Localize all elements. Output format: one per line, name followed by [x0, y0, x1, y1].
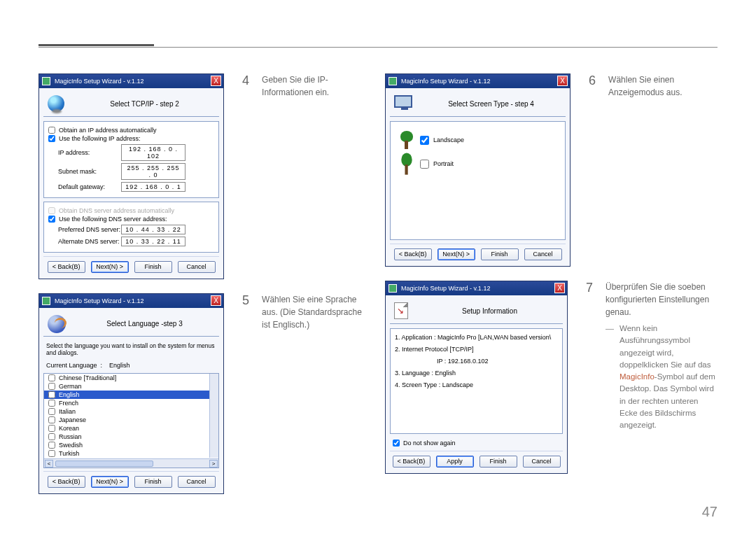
step6-caption: Wählen Sie einen Anzeigemodus aus.	[608, 73, 718, 99]
wizard-body: Select Screen Type - step 4 Landscape Po…	[386, 88, 570, 266]
dns-auto-label: Obtain DNS server address automatically	[59, 207, 174, 214]
language-item[interactable]: German	[44, 382, 218, 391]
button-row: < Back(B) Next(N) > Finish Cancel	[43, 256, 219, 274]
pref-dns-input[interactable]: 10 . 44 . 33 . 22	[121, 225, 186, 234]
language-checkbox[interactable]	[48, 400, 55, 407]
cancel-button[interactable]: Cancel	[178, 476, 216, 488]
wizard-titlebar: MagicInfo Setup Wizard - v.1.12 X	[39, 74, 223, 88]
step-header-title: Select Screen Type - step 4	[421, 100, 561, 108]
apply-button[interactable]: Apply	[436, 456, 474, 468]
scrollbar-horizontal[interactable]: < >	[44, 458, 218, 468]
scroll-thumb[interactable]	[55, 461, 153, 467]
portrait-checkbox[interactable]	[420, 160, 429, 169]
language-list[interactable]: Chinese [Traditional]GermanEnglishFrench…	[43, 373, 219, 468]
portrait-option[interactable]: Portrait	[399, 155, 556, 173]
finish-button[interactable]: Finish	[134, 476, 172, 488]
next-button[interactable]: Next(N) >	[91, 476, 129, 488]
back-button[interactable]: < Back(B)	[394, 248, 432, 260]
setup-info: 1. Application : MagicInfo Pro [LAN,WAN …	[390, 328, 563, 434]
wizard-step7: MagicInfo Setup Wizard - v.1.12 X Setup …	[385, 281, 568, 474]
dns-group: Obtain DNS server address automatically …	[43, 202, 219, 253]
gw-label: Default gateway:	[58, 183, 121, 190]
language-checkbox[interactable]	[48, 442, 55, 449]
wizard-title-text: MagicInfo Setup Wizard - v.1.12	[401, 285, 490, 292]
scroll-right-icon[interactable]: >	[209, 460, 218, 468]
next-button[interactable]: Next(N) >	[91, 261, 129, 273]
language-item[interactable]: French	[44, 399, 218, 407]
right-column: MagicInfo Setup Wizard - v.1.12 X Select…	[385, 73, 718, 494]
globe-icon	[48, 95, 64, 112]
tree-icon	[399, 131, 414, 149]
page-number: 47	[702, 504, 718, 520]
dns-manual-label: Use the following DNS server address:	[59, 216, 167, 223]
current-language-row: Current Language : English	[43, 360, 219, 373]
dash-icon: ―	[606, 323, 614, 431]
language-checkbox[interactable]	[48, 450, 55, 457]
close-icon[interactable]: X	[554, 283, 565, 293]
gw-input[interactable]: 192 . 168 . 0 . 1	[121, 182, 186, 192]
back-button[interactable]: < Back(B)	[48, 476, 85, 488]
alt-dns-input[interactable]: 10 . 33 . 22 . 11	[121, 237, 186, 246]
step-header: Select TCP/IP - step 2	[43, 92, 219, 117]
language-item[interactable]: Korean	[44, 424, 218, 433]
language-label: Chinese [Traditional]	[59, 374, 116, 381]
language-item[interactable]: Chinese [Traditional]	[44, 374, 218, 382]
finish-button[interactable]: Finish	[479, 456, 517, 468]
ip-auto-option[interactable]: Obtain an IP address automatically	[48, 127, 214, 134]
info-line-2: 2. Internet Protocol [TCP/IP]	[395, 344, 558, 356]
landscape-option[interactable]: Landscape	[399, 131, 556, 149]
step-header-title: Select TCP/IP - step 2	[74, 100, 215, 108]
wizard-body: Select TCP/IP - step 2 Obtain an IP addr…	[39, 88, 223, 279]
note-a: Wenn kein Ausführungssymbol angezeigt wi…	[620, 324, 710, 369]
left-column: MagicInfo Setup Wizard - v.1.12 X Select…	[38, 73, 371, 494]
language-checkbox[interactable]	[48, 383, 55, 390]
step5-number: 5	[237, 293, 249, 308]
close-icon[interactable]: X	[211, 76, 221, 86]
language-checkbox[interactable]	[48, 391, 55, 398]
step-header-title: Select Language -step 3	[74, 320, 215, 328]
ip-auto-label: Obtain an IP address automatically	[59, 127, 156, 134]
app-icon	[42, 297, 50, 305]
landscape-checkbox[interactable]	[420, 136, 429, 145]
back-button[interactable]: < Back(B)	[48, 261, 85, 273]
cancel-button[interactable]: Cancel	[178, 261, 216, 273]
language-item[interactable]: Swedish	[44, 441, 218, 449]
finish-button[interactable]: Finish	[481, 248, 519, 260]
do-not-show-option[interactable]: Do not show again	[390, 435, 563, 448]
portrait-label: Portrait	[433, 160, 454, 167]
language-item[interactable]: English	[44, 391, 218, 399]
wizard-step4: MagicInfo Setup Wizard - v.1.12 X Select…	[38, 73, 224, 279]
language-item[interactable]: Italian	[44, 407, 218, 416]
ip-input[interactable]: 192 . 168 . 0 . 102	[121, 144, 186, 161]
scroll-left-icon[interactable]: <	[45, 460, 53, 468]
tree-icon	[400, 153, 414, 174]
mask-input[interactable]: 255 . 255 . 255 . 0	[121, 163, 186, 180]
cancel-button[interactable]: Cancel	[523, 456, 561, 468]
step7-caption-block: Überprüfen Sie die soeben konfigurierten…	[606, 281, 718, 431]
ip-manual-option[interactable]: Use the following IP address:	[48, 135, 214, 142]
language-item[interactable]: Turkish	[44, 449, 218, 458]
dns-manual-option[interactable]: Use the following DNS server address:	[48, 216, 214, 223]
close-icon[interactable]: X	[211, 295, 221, 306]
language-item[interactable]: Japanese	[44, 416, 218, 424]
page-content: MagicInfo Setup Wizard - v.1.12 X Select…	[38, 73, 718, 494]
step-header: Select Language -step 3	[43, 312, 219, 337]
language-item[interactable]: Russian	[44, 433, 218, 441]
scrollbar-vertical[interactable]	[209, 374, 218, 458]
language-checkbox[interactable]	[48, 416, 55, 423]
language-checkbox[interactable]	[48, 425, 55, 432]
language-checkbox[interactable]	[48, 408, 55, 415]
finish-button[interactable]: Finish	[134, 261, 172, 273]
step4-caption: Geben Sie die IP-Informationen ein.	[262, 73, 371, 99]
note-highlight: MagicInfo	[620, 372, 654, 381]
language-checkbox[interactable]	[48, 433, 55, 440]
cancel-button[interactable]: Cancel	[524, 248, 562, 260]
language-checkbox[interactable]	[48, 374, 55, 381]
do-not-show-label: Do not show again	[403, 440, 456, 447]
back-button[interactable]: < Back(B)	[393, 456, 430, 468]
language-label: German	[59, 383, 82, 390]
next-button[interactable]: Next(N) >	[438, 248, 475, 260]
close-icon[interactable]: X	[557, 76, 568, 86]
button-row: < Back(B) Apply Finish Cancel	[390, 451, 563, 469]
step5-row: MagicInfo Setup Wizard - v.1.12 X Select…	[38, 293, 371, 494]
